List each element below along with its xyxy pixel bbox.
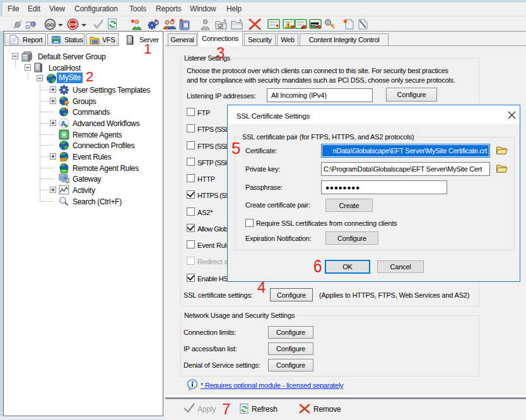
svg-text:!: !	[288, 23, 289, 28]
svg-text:SSH: SSH	[311, 23, 319, 27]
svg-text:STOP: STOP	[69, 23, 78, 26]
svg-text:A: A	[61, 120, 66, 127]
svg-text:GO: GO	[46, 22, 54, 28]
